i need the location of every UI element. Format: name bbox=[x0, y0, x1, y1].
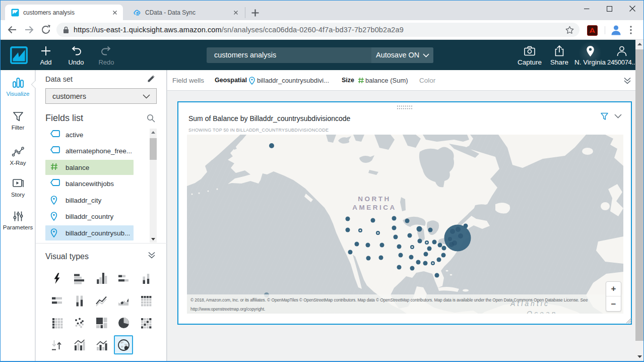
field-item-billaddr-country[interactable]: billaddr_country bbox=[45, 209, 134, 224]
xray-icon bbox=[1, 146, 35, 158]
adobe-extension-icon[interactable] bbox=[587, 25, 598, 36]
edit-dataset-pencil-icon[interactable] bbox=[147, 75, 155, 83]
tab-cdata-data-sync[interactable]: CData - Data Sync bbox=[127, 5, 244, 21]
fields-scrollbar[interactable] bbox=[150, 129, 157, 243]
filter-icon bbox=[1, 110, 35, 123]
icon-glyph bbox=[95, 294, 108, 307]
visual-type-horizontal-stacked-100-bar-chart-icon[interactable] bbox=[47, 291, 67, 310]
visual-type-combo-bar-line-chart-icon[interactable] bbox=[70, 335, 89, 354]
field-item-billaddr-countrysub-[interactable]: billaddr_countrysub... bbox=[45, 225, 134, 240]
field-item-balancewithjobs[interactable]: balancewithjobs bbox=[45, 176, 134, 192]
field-wells-label: Field wells bbox=[172, 70, 204, 91]
zoom-out-button[interactable]: − bbox=[606, 297, 621, 312]
nav-visualize[interactable]: Visualize bbox=[1, 77, 35, 97]
scroll-up-icon[interactable] bbox=[635, 40, 643, 48]
undo-button[interactable]: Undo bbox=[65, 45, 87, 66]
tab-customers-analysis[interactable]: customers analysis bbox=[5, 5, 123, 21]
zoom-in-button[interactable]: + bbox=[606, 282, 621, 296]
forward-button[interactable] bbox=[24, 24, 35, 35]
field-name: billaddr_country bbox=[66, 213, 113, 220]
account-menu[interactable]: 2450074... bbox=[607, 45, 636, 66]
visual-type-auto-graph-icon[interactable] bbox=[47, 269, 67, 288]
icon-glyph bbox=[584, 6, 590, 12]
capture-button[interactable]: Capture bbox=[516, 45, 543, 66]
icon-glyph bbox=[117, 317, 130, 329]
search-icon[interactable] bbox=[147, 114, 155, 123]
share-icon bbox=[547, 45, 571, 57]
icon-glyph bbox=[151, 238, 155, 240]
close-window-button[interactable] bbox=[621, 1, 643, 16]
visual-card[interactable]: Sum of Balance by Billaddr_countrysubdiv… bbox=[177, 101, 632, 325]
scrollbar-thumb[interactable] bbox=[635, 49, 643, 341]
reload-button[interactable] bbox=[40, 24, 51, 35]
scroll-up-icon[interactable] bbox=[150, 129, 157, 136]
new-tab-button[interactable] bbox=[250, 8, 260, 18]
scroll-down-icon[interactable] bbox=[150, 235, 157, 243]
bookmark-star-icon[interactable] bbox=[565, 26, 574, 34]
visual-type-table-icon[interactable] bbox=[136, 291, 155, 310]
https-lock-icon[interactable] bbox=[63, 26, 69, 34]
size-well-value[interactable]: balance (Sum) bbox=[365, 70, 408, 91]
visual-type-horizontal-bar-chart-icon[interactable] bbox=[70, 269, 89, 288]
analysis-title[interactable]: customers analysis bbox=[207, 47, 371, 63]
tab-close-icon[interactable] bbox=[111, 9, 119, 17]
visual-type-horizontal-stacked-bar-chart-icon[interactable] bbox=[114, 269, 133, 288]
visual-type-pie-chart-icon[interactable] bbox=[114, 313, 133, 332]
quicksight-logo[interactable] bbox=[10, 46, 28, 64]
field-item-alternatephone-free-[interactable]: alternatephone_free... bbox=[45, 144, 134, 159]
nav-parameters[interactable]: Parameters bbox=[1, 210, 35, 230]
field-item-billaddr-city[interactable]: billaddr_city bbox=[45, 193, 134, 208]
visual-type-line-chart-icon[interactable] bbox=[92, 291, 111, 310]
icon-glyph bbox=[50, 212, 57, 221]
dataset-select[interactable]: customers bbox=[45, 88, 157, 104]
visual-type-area-chart-icon[interactable] bbox=[114, 291, 133, 310]
filter-visual-icon[interactable] bbox=[601, 112, 608, 120]
nav-filter[interactable]: Filter bbox=[1, 110, 35, 131]
nav-story[interactable]: Story bbox=[1, 177, 35, 198]
minimize-button[interactable] bbox=[575, 1, 598, 16]
tab-close-icon[interactable] bbox=[232, 9, 240, 17]
visual-type-dual-axis-chart-icon[interactable] bbox=[47, 335, 67, 354]
visual-type-vertical-stacked-bar-chart-icon[interactable] bbox=[136, 269, 155, 288]
icon-glyph bbox=[50, 179, 60, 186]
visual-type-vertical-bar-chart-icon[interactable] bbox=[92, 269, 111, 288]
maximize-button[interactable] bbox=[598, 1, 621, 16]
autosave-dropdown[interactable]: Autosave ON bbox=[371, 47, 433, 63]
scroll-down-icon[interactable] bbox=[635, 352, 643, 360]
redo-button[interactable]: Redo bbox=[95, 45, 117, 66]
add-button[interactable]: Add bbox=[35, 45, 57, 66]
map-attribution: © 2018, Amazon.com, Inc. or its affiliat… bbox=[187, 294, 623, 314]
field-item-active[interactable]: active bbox=[45, 127, 134, 142]
visual-type-tree-map-icon[interactable] bbox=[92, 313, 111, 332]
back-button[interactable] bbox=[7, 24, 18, 35]
visual-type-pivot-table-icon[interactable] bbox=[47, 313, 67, 332]
expand-chevrons-icon[interactable] bbox=[623, 77, 631, 84]
collapse-chevrons-icon[interactable] bbox=[148, 252, 156, 259]
geospatial-map[interactable]: NORTHAMERICA © 2018, Amazon.com, Inc. or… bbox=[187, 135, 623, 314]
visual-type-scatter-plot-icon[interactable] bbox=[70, 313, 89, 332]
geospatial-well-value[interactable]: billaddr_countrysubdivi... bbox=[257, 70, 329, 91]
url-text[interactable]: https://us-east-1.quicksight.aws.amazon.… bbox=[74, 26, 565, 34]
field-name: balancewithjobs bbox=[66, 180, 114, 188]
page-scrollbar[interactable] bbox=[635, 40, 643, 361]
visual-type-geospatial-map-icon[interactable] bbox=[114, 335, 133, 354]
visual-type-heat-map-icon[interactable] bbox=[136, 313, 155, 332]
nav-xray[interactable]: X-Ray bbox=[1, 146, 35, 166]
visual-menu-chevron-icon[interactable] bbox=[614, 114, 622, 118]
address-bar[interactable]: https://us-east-1.quicksight.aws.amazon.… bbox=[56, 23, 579, 37]
visual-type-vertical-stacked-100-bar-chart-icon[interactable] bbox=[70, 291, 89, 310]
icon-glyph bbox=[73, 317, 86, 329]
field-item-balance[interactable]: balance bbox=[45, 160, 134, 175]
region-selector[interactable]: N. Virginia bbox=[573, 45, 607, 66]
field-wells-bar[interactable]: Field wells Geospatial billaddr_countrys… bbox=[167, 70, 635, 91]
icon-glyph bbox=[589, 27, 596, 34]
scrollbar-thumb[interactable] bbox=[150, 138, 157, 160]
profile-avatar-icon[interactable] bbox=[610, 24, 622, 36]
drag-handle[interactable] bbox=[397, 105, 413, 109]
visual-type-combo-stacked-bar-line-chart-icon[interactable] bbox=[92, 335, 111, 354]
browser-menu-icon[interactable] bbox=[629, 25, 633, 35]
share-button[interactable]: Share bbox=[547, 45, 571, 66]
visual-types-title: Visual types bbox=[45, 252, 89, 261]
card-resize-handle[interactable] bbox=[626, 318, 631, 323]
icon-glyph bbox=[524, 46, 536, 56]
